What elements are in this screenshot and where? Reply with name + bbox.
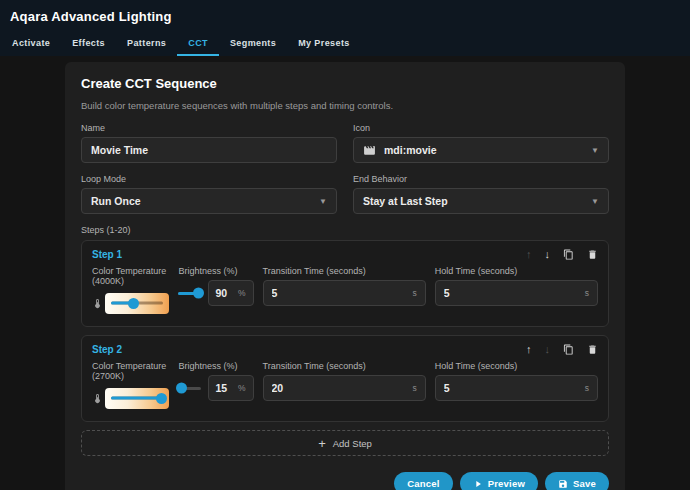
tab-my-presets[interactable]: My Presets xyxy=(287,30,361,56)
add-step-label: Add Step xyxy=(333,438,372,449)
brightness-label: Brightness (%) xyxy=(178,361,253,371)
end-behavior-value: Stay at Last Step xyxy=(363,195,448,207)
brightness-value: 90 xyxy=(216,287,228,299)
brightness-value-box[interactable]: 90 % xyxy=(208,280,254,306)
move-step-up-button[interactable]: ↑ xyxy=(526,344,532,355)
color-temp-label: Color Temperature (4000K) xyxy=(92,266,169,286)
step-actions: ↑ ↓ xyxy=(513,249,598,260)
brightness-slider-thumb[interactable] xyxy=(193,288,204,299)
movie-icon xyxy=(363,144,376,157)
transition-time-label: Transition Time (seconds) xyxy=(263,361,426,371)
move-step-up-button[interactable]: ↑ xyxy=(526,249,532,260)
icon-field-group: Icon mdi:movie ▼ xyxy=(353,123,609,163)
step-title: Step 1 xyxy=(92,249,122,260)
save-icon xyxy=(558,479,568,489)
page-title: Create CCT Sequence xyxy=(81,76,609,91)
brightness-slider[interactable] xyxy=(178,292,200,295)
color-temp-group: Color Temperature (2700K) xyxy=(92,361,169,411)
app-title: Aqara Advanced Lighting xyxy=(0,0,690,30)
chevron-down-icon: ▼ xyxy=(319,197,327,206)
footer-actions: Cancel Preview Save xyxy=(81,472,609,490)
tab-segments[interactable]: Segments xyxy=(219,30,287,56)
brightness-unit: % xyxy=(238,288,246,298)
thermometer-icon xyxy=(92,392,103,405)
brightness-slider[interactable] xyxy=(178,387,200,390)
brightness-group: Brightness (%) 90 % xyxy=(178,266,253,306)
loop-mode-select[interactable]: Run Once ▼ xyxy=(81,188,337,214)
end-behavior-field-group: End Behavior Stay at Last Step ▼ xyxy=(353,174,609,214)
brightness-slider-thumb[interactable] xyxy=(176,383,187,394)
loop-mode-value: Run Once xyxy=(91,195,141,207)
icon-select[interactable]: mdi:movie ▼ xyxy=(353,137,609,163)
tab-bar: Activate Effects Patterns CCT Segments M… xyxy=(0,30,690,56)
color-temp-slider-thumb[interactable] xyxy=(128,298,139,309)
delete-step-button[interactable] xyxy=(587,249,598,260)
transition-time-input[interactable] xyxy=(272,382,413,394)
create-cct-sequence-card: Create CCT Sequence Build color temperat… xyxy=(65,62,625,490)
tab-patterns[interactable]: Patterns xyxy=(116,30,177,56)
transition-time-field: s xyxy=(263,375,426,401)
hold-time-group: Hold Time (seconds) s xyxy=(435,266,598,306)
hold-time-input[interactable] xyxy=(444,382,585,394)
app-header: Aqara Advanced Lighting Activate Effects… xyxy=(0,0,690,56)
brightness-group: Brightness (%) 15 % xyxy=(178,361,253,401)
thermometer-icon xyxy=(92,297,103,310)
hold-time-unit: s xyxy=(585,383,589,393)
add-step-button[interactable]: + Add Step xyxy=(81,430,609,456)
cancel-button[interactable]: Cancel xyxy=(394,472,452,490)
color-temp-label: Color Temperature (2700K) xyxy=(92,361,169,381)
delete-step-button[interactable] xyxy=(587,344,598,355)
icon-select-value: mdi:movie xyxy=(384,144,437,156)
transition-time-unit: s xyxy=(413,383,417,393)
step-body: Color Temperature (2700K) Brightness (%) xyxy=(92,361,598,411)
transition-time-input[interactable] xyxy=(272,287,413,299)
brightness-value-box[interactable]: 15 % xyxy=(208,375,254,401)
step-actions: ↑ ↓ xyxy=(513,344,598,355)
save-button[interactable]: Save xyxy=(545,472,609,490)
save-label: Save xyxy=(573,478,596,489)
transition-time-unit: s xyxy=(413,288,417,298)
preview-button[interactable]: Preview xyxy=(460,472,538,490)
hold-time-group: Hold Time (seconds) s xyxy=(435,361,598,401)
icon-label: Icon xyxy=(353,123,609,133)
name-input[interactable] xyxy=(91,144,327,156)
chevron-down-icon: ▼ xyxy=(591,146,599,155)
step-body: Color Temperature (4000K) Brightness (%) xyxy=(92,266,598,316)
brightness-value: 15 xyxy=(216,382,228,394)
tab-effects[interactable]: Effects xyxy=(61,30,116,56)
hold-time-unit: s xyxy=(585,288,589,298)
end-behavior-select[interactable]: Stay at Last Step ▼ xyxy=(353,188,609,214)
step-card: Step 2 ↑ ↓ Color Temperature (2700K) xyxy=(81,335,609,422)
loop-mode-field-group: Loop Mode Run Once ▼ xyxy=(81,174,337,214)
steps-count-label: Steps (1-20) xyxy=(81,225,609,235)
name-label: Name xyxy=(81,123,337,133)
hold-time-field: s xyxy=(435,375,598,401)
duplicate-step-button[interactable] xyxy=(563,249,574,260)
move-step-down-button[interactable]: ↓ xyxy=(545,344,551,355)
tab-activate[interactable]: Activate xyxy=(1,30,61,56)
hold-time-input[interactable] xyxy=(444,287,585,299)
transition-time-group: Transition Time (seconds) s xyxy=(263,266,426,306)
brightness-label: Brightness (%) xyxy=(178,266,253,276)
end-behavior-label: End Behavior xyxy=(353,174,609,184)
hold-time-field: s xyxy=(435,280,598,306)
plus-icon: + xyxy=(318,436,326,451)
brightness-unit: % xyxy=(238,383,246,393)
duplicate-step-button[interactable] xyxy=(563,344,574,355)
hold-time-label: Hold Time (seconds) xyxy=(435,266,598,276)
color-temp-slider-thumb[interactable] xyxy=(156,393,167,404)
tab-cct[interactable]: CCT xyxy=(177,30,219,56)
step-header: Step 2 ↑ ↓ xyxy=(92,344,598,355)
chevron-down-icon: ▼ xyxy=(591,197,599,206)
color-temp-group: Color Temperature (4000K) xyxy=(92,266,169,316)
step-card: Step 1 ↑ ↓ Color Temperature (4000K) xyxy=(81,240,609,327)
steps-list: Step 1 ↑ ↓ Color Temperature (4000K) xyxy=(81,240,609,422)
name-field-group: Name xyxy=(81,123,337,163)
step-title: Step 2 xyxy=(92,344,122,355)
loop-mode-label: Loop Mode xyxy=(81,174,337,184)
page-subtitle: Build color temperature sequences with m… xyxy=(81,100,609,111)
transition-time-group: Transition Time (seconds) s xyxy=(263,361,426,401)
color-temp-slider[interactable] xyxy=(105,388,169,409)
move-step-down-button[interactable]: ↓ xyxy=(545,249,551,260)
color-temp-slider[interactable] xyxy=(105,293,169,314)
